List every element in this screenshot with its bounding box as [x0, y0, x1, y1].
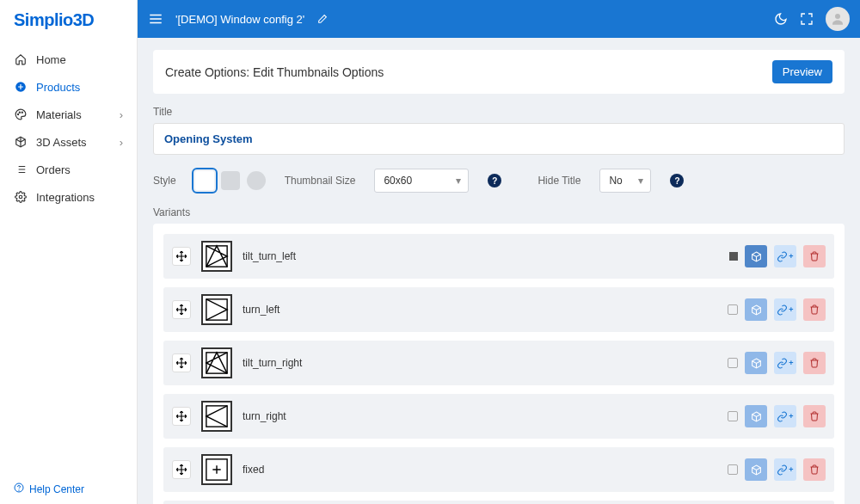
variant-link-button[interactable]: + [774, 245, 796, 267]
variant-row: fixed + [163, 447, 834, 492]
svg-point-3 [22, 112, 22, 113]
variant-3d-button[interactable] [745, 405, 767, 427]
fullscreen-icon[interactable] [800, 12, 814, 26]
variant-checkbox[interactable] [728, 304, 738, 315]
palette-icon [14, 108, 28, 121]
page-title: Create Options: Edit Thumbnails Options [165, 65, 384, 79]
hide-title-help-icon[interactable]: ? [670, 174, 684, 187]
edit-title-icon[interactable] [316, 14, 328, 25]
thumb-size-label: Thumbnail Size [285, 175, 356, 187]
variant-row: tilt_turn_left + [163, 234, 834, 279]
topbar: '[DEMO] Window config 2' [138, 0, 860, 38]
variant-thumbnail[interactable] [201, 347, 232, 378]
variant-3d-button[interactable] [745, 458, 767, 481]
sidebar-item-home[interactable]: Home [0, 46, 137, 73]
variants-list: tilt_turn_left + turn_left + tilt_turn_r… [153, 224, 845, 504]
project-title: '[DEMO] Window config 2' [175, 13, 304, 26]
style-label: Style [153, 175, 176, 187]
variant-link-button[interactable]: + [774, 405, 796, 427]
sidebar-item-products[interactable]: Products [0, 73, 137, 101]
variant-thumbnail[interactable] [201, 241, 232, 272]
variant-3d-button[interactable] [745, 352, 767, 374]
style-rounded-swatch[interactable] [221, 171, 240, 190]
variant-delete-button[interactable] [803, 352, 826, 374]
svg-rect-8 [206, 246, 227, 267]
home-icon [14, 52, 28, 66]
variant-link-button[interactable]: + [774, 458, 796, 481]
variant-checkbox[interactable] [728, 464, 738, 475]
help-center-link[interactable]: Help Center [0, 474, 137, 504]
chevron-down-icon: ▾ [456, 175, 461, 187]
primary-indicator-icon [729, 252, 738, 261]
variant-thumbnail[interactable] [201, 401, 232, 432]
main-nav: Home Products Materials › 3D Assets › Or… [0, 40, 137, 474]
variant-checkbox[interactable] [728, 411, 738, 421]
style-swatches [195, 171, 266, 190]
variant-name: turn_left [243, 304, 280, 316]
hide-title-select[interactable]: No ▾ [599, 169, 651, 193]
user-avatar[interactable] [826, 7, 850, 31]
cube-icon [14, 135, 28, 149]
drag-handle-icon[interactable] [172, 300, 191, 319]
preview-button[interactable]: Preview [772, 60, 832, 83]
variant-name: turn_right [243, 410, 286, 422]
variant-link-button[interactable]: + [774, 352, 796, 374]
variant-delete-button[interactable] [803, 245, 826, 267]
drag-handle-icon[interactable] [172, 353, 191, 372]
hide-title-label: Hide Title [538, 175, 580, 187]
sidebar-item-materials[interactable]: Materials › [0, 101, 137, 128]
variant-thumbnail[interactable] [201, 454, 232, 485]
content: Create Options: Edit Thumbnails Options … [138, 38, 860, 504]
chevron-right-icon: › [120, 136, 123, 149]
variant-row: turn_left + [163, 287, 834, 332]
drag-handle-icon[interactable] [172, 460, 191, 479]
svg-rect-11 [206, 406, 227, 427]
variants-label: Variants [153, 206, 845, 218]
variant-row: tilt_turn_right + [163, 341, 834, 385]
title-input[interactable] [153, 123, 845, 155]
variant-checkbox[interactable] [728, 358, 738, 368]
sidebar-item-3d-assets[interactable]: 3D Assets › [0, 128, 137, 156]
nav-label: 3D Assets [36, 136, 87, 149]
variant-delete-button[interactable] [803, 298, 826, 321]
help-icon [14, 482, 24, 495]
nav-label: Orders [36, 163, 71, 176]
main-area: '[DEMO] Window config 2' Create Options:… [138, 0, 860, 504]
variant-name: fixed [243, 464, 264, 476]
theme-toggle-icon[interactable] [774, 12, 788, 26]
chevron-right-icon: › [120, 108, 123, 121]
variant-link-button[interactable]: + [774, 298, 796, 321]
nav-label: Home [36, 53, 66, 66]
nav-label: Products [36, 81, 80, 94]
variant-name: tilt_turn_left [243, 250, 296, 262]
menu-toggle-icon[interactable] [148, 11, 163, 27]
variant-3d-button[interactable] [745, 245, 767, 267]
variant-delete-button[interactable] [803, 458, 826, 481]
sidebar-item-integrations[interactable]: Integrations [0, 183, 137, 211]
variant-row: turn_right + [163, 394, 834, 439]
svg-point-6 [19, 490, 20, 491]
title-label: Title [153, 106, 845, 118]
drag-handle-icon[interactable] [172, 247, 191, 266]
nav-label: Materials [36, 108, 82, 121]
variant-delete-button[interactable] [803, 405, 826, 427]
style-square-swatch[interactable] [195, 171, 214, 190]
svg-point-4 [19, 195, 22, 199]
sidebar: Simplio3D Home Products Materials › 3D A… [0, 0, 138, 504]
svg-point-2 [19, 112, 20, 113]
style-circle-swatch[interactable] [247, 171, 266, 190]
chevron-down-icon: ▾ [638, 175, 643, 187]
list-icon [14, 163, 28, 176]
page-header-card: Create Options: Edit Thumbnails Options … [153, 50, 845, 94]
svg-point-1 [18, 114, 19, 114]
variant-row: tilt_only + [163, 501, 834, 504]
variant-thumbnail[interactable] [201, 294, 232, 325]
svg-rect-10 [206, 353, 227, 373]
variant-3d-button[interactable] [745, 298, 767, 321]
sidebar-item-orders[interactable]: Orders [0, 156, 137, 183]
brand-logo: Simplio3D [0, 0, 137, 40]
thumb-size-select[interactable]: 60x60 ▾ [374, 169, 469, 193]
thumb-size-help-icon[interactable]: ? [488, 174, 501, 187]
svg-rect-9 [206, 299, 227, 320]
drag-handle-icon[interactable] [172, 407, 191, 426]
